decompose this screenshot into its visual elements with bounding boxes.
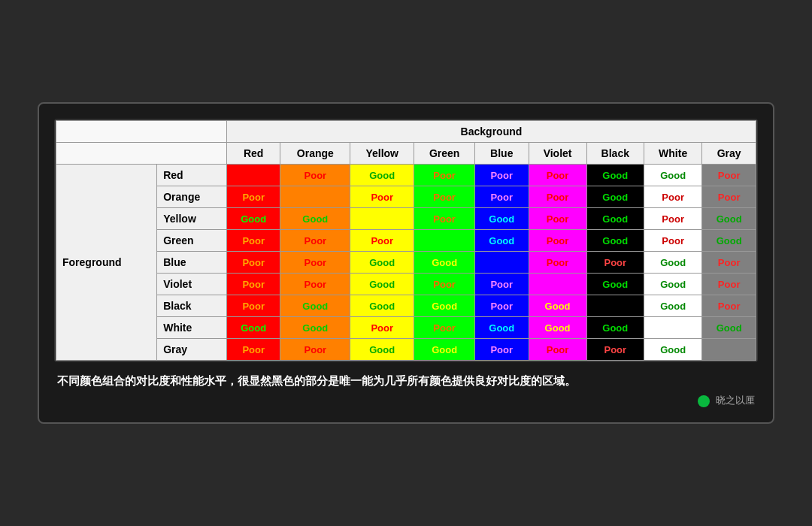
- cell-blue-red: Poor: [226, 251, 280, 273]
- cell-violet-blue: Poor: [474, 273, 529, 295]
- background-header: Background: [226, 120, 756, 142]
- cell-blue-gray: Poor: [702, 251, 756, 273]
- col-header-red: Red: [226, 142, 280, 164]
- cell-violet-green: Poor: [414, 273, 475, 295]
- cell-white-gray: Good: [702, 316, 756, 338]
- col-header-black: Black: [586, 142, 644, 164]
- row-label-orange: Orange: [157, 186, 227, 207]
- cell-green-gray: Good: [702, 229, 756, 251]
- cell-orange-green: Poor: [414, 186, 475, 207]
- col-header-green: Green: [414, 142, 475, 164]
- cell-gray-blue: Poor: [474, 338, 529, 360]
- row-label-yellow: Yellow: [157, 207, 227, 229]
- cell-gray-black: Poor: [586, 338, 644, 360]
- row-label-violet: Violet: [157, 273, 227, 295]
- cell-green-yellow: Poor: [350, 229, 414, 251]
- cell-white-orange: Good: [280, 316, 350, 338]
- cell-orange-gray: Poor: [702, 186, 756, 207]
- cell-violet-red: Poor: [226, 273, 280, 295]
- cell-yellow-black: Good: [586, 207, 644, 229]
- cell-orange-black: Good: [586, 186, 644, 207]
- row-label-black: Black: [157, 295, 227, 316]
- caption-text: 不同颜色组合的对比度和性能水平，很显然黑色的部分是唯一能为几乎所有颜色提供良好对…: [54, 373, 758, 390]
- cell-red-blue: Poor: [474, 164, 529, 186]
- row-label-gray: Gray: [157, 338, 227, 360]
- second-header-spacer: [56, 142, 227, 164]
- color-contrast-table: Background Red Orange Yellow Green Blue …: [56, 120, 756, 361]
- cell-green-white: Poor: [644, 229, 701, 251]
- col-header-blue: Blue: [474, 142, 529, 164]
- cell-red-orange: Poor: [280, 164, 350, 186]
- cell-violet-black: Good: [586, 273, 644, 295]
- cell-white-white: [644, 316, 701, 338]
- col-header-white: White: [644, 142, 701, 164]
- wechat-icon: [698, 395, 710, 407]
- row-label-red: Red: [157, 164, 227, 186]
- cell-violet-orange: Poor: [280, 273, 350, 295]
- col-header-violet: Violet: [529, 142, 586, 164]
- row-label-blue: Blue: [157, 251, 227, 273]
- main-card: Background Red Orange Yellow Green Blue …: [38, 102, 774, 425]
- cell-gray-white: Good: [644, 338, 701, 360]
- cell-blue-black: Poor: [586, 251, 644, 273]
- cell-orange-orange: [280, 186, 350, 207]
- cell-violet-violet: [529, 273, 586, 295]
- cell-red-green: Poor: [414, 164, 475, 186]
- cell-green-green: [414, 229, 475, 251]
- cell-white-green: Poor: [414, 316, 475, 338]
- cell-blue-orange: Poor: [280, 251, 350, 273]
- cell-black-red: Poor: [226, 295, 280, 316]
- top-left-cell: [56, 120, 227, 142]
- cell-yellow-violet: Poor: [529, 207, 586, 229]
- col-header-gray: Gray: [702, 142, 756, 164]
- cell-red-yellow: Good: [350, 164, 414, 186]
- cell-violet-white: Good: [644, 273, 701, 295]
- cell-green-blue: Good: [474, 229, 529, 251]
- cell-black-green: Good: [414, 295, 475, 316]
- cell-white-violet: Good: [529, 316, 586, 338]
- cell-red-red: [226, 164, 280, 186]
- cell-black-blue: Poor: [474, 295, 529, 316]
- cell-white-yellow: Poor: [350, 316, 414, 338]
- cell-blue-green: Good: [414, 251, 475, 273]
- cell-white-blue: Good: [474, 316, 529, 338]
- cell-blue-violet: Poor: [529, 251, 586, 273]
- cell-yellow-green: Poor: [414, 207, 475, 229]
- cell-red-white: Good: [644, 164, 701, 186]
- cell-blue-white: Good: [644, 251, 701, 273]
- cell-gray-yellow: Good: [350, 338, 414, 360]
- cell-gray-red: Poor: [226, 338, 280, 360]
- credit-line: 晓之以厘: [54, 394, 758, 407]
- cell-violet-yellow: Good: [350, 273, 414, 295]
- cell-yellow-yellow: [350, 207, 414, 229]
- cell-gray-green: Good: [414, 338, 475, 360]
- cell-yellow-orange: Good: [280, 207, 350, 229]
- cell-blue-yellow: Good: [350, 251, 414, 273]
- cell-white-red: Good: [226, 316, 280, 338]
- foreground-label: Foreground: [56, 164, 157, 360]
- cell-black-gray: Poor: [702, 295, 756, 316]
- cell-blue-blue: [474, 251, 529, 273]
- cell-yellow-white: Poor: [644, 207, 701, 229]
- cell-gray-orange: Poor: [280, 338, 350, 360]
- cell-orange-yellow: Poor: [350, 186, 414, 207]
- row-label-green: Green: [157, 229, 227, 251]
- cell-orange-blue: Poor: [474, 186, 529, 207]
- cell-violet-gray: Poor: [702, 273, 756, 295]
- cell-gray-gray: [702, 338, 756, 360]
- cell-yellow-red: Good: [226, 207, 280, 229]
- cell-red-black: Good: [586, 164, 644, 186]
- cell-black-white: Good: [644, 295, 701, 316]
- cell-black-black: [586, 295, 644, 316]
- cell-yellow-gray: Good: [702, 207, 756, 229]
- cell-black-violet: Good: [529, 295, 586, 316]
- cell-white-black: Good: [586, 316, 644, 338]
- col-header-orange: Orange: [280, 142, 350, 164]
- col-header-yellow: Yellow: [350, 142, 414, 164]
- cell-orange-white: Poor: [644, 186, 701, 207]
- cell-green-black: Good: [586, 229, 644, 251]
- credit-name: 晓之以厘: [716, 394, 755, 406]
- cell-red-violet: Poor: [529, 164, 586, 186]
- cell-green-orange: Poor: [280, 229, 350, 251]
- cell-black-orange: Good: [280, 295, 350, 316]
